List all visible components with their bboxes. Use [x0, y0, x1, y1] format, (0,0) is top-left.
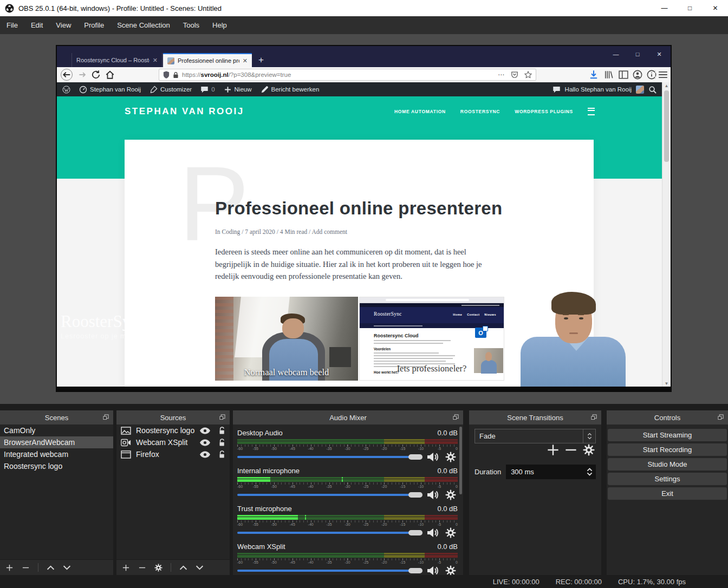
wp-greeting[interactable]: Hallo Stephan van Rooij — [565, 86, 632, 93]
wp-new-menu[interactable]: Nieuw — [224, 86, 252, 94]
menu-file[interactable]: File — [0, 16, 24, 34]
scene-item[interactable]: CamOnly — [0, 424, 113, 436]
start-streaming-button[interactable]: Start Streaming — [608, 429, 727, 441]
float-panel-icon[interactable] — [591, 414, 597, 420]
mixer-scrollbar-thumb[interactable] — [459, 427, 462, 494]
wp-edit-post-menu[interactable]: Bericht bewerken — [261, 86, 320, 94]
search-icon[interactable] — [648, 86, 656, 94]
transition-select[interactable]: Fade — [474, 429, 596, 443]
tab-close-icon[interactable]: ✕ — [243, 57, 248, 64]
lock-icon[interactable] — [219, 427, 225, 435]
mixer-settings-gear-button[interactable] — [444, 452, 457, 462]
volume-slider[interactable] — [237, 452, 421, 462]
float-panel-icon[interactable] — [103, 414, 109, 420]
new-tab-button[interactable]: + — [258, 54, 264, 67]
volume-slider[interactable] — [237, 490, 421, 500]
transitions-panel-header[interactable]: Scene Transitions — [469, 410, 601, 424]
site-brand[interactable]: STEPHAN VAN ROOIJ — [125, 106, 244, 117]
account-icon[interactable] — [633, 70, 642, 80]
add-scene-button[interactable] — [5, 564, 14, 572]
downloads-icon[interactable] — [589, 70, 599, 80]
menu-tools[interactable]: Tools — [177, 16, 206, 34]
scroll-up-icon[interactable]: ▲ — [662, 82, 671, 89]
menu-edit[interactable]: Edit — [24, 16, 49, 34]
volume-slider-handle[interactable] — [408, 492, 422, 498]
nav-roostersync[interactable]: ROOSTERSYNC — [460, 109, 500, 114]
wp-logo-icon[interactable] — [62, 86, 70, 94]
settings-button[interactable]: Settings — [608, 473, 727, 485]
notification-icon[interactable] — [552, 86, 561, 94]
source-item[interactable]: Roostersync logo w — [116, 424, 230, 436]
nav-wordpress-plugins[interactable]: WORDPRESS PLUGINS — [515, 109, 573, 114]
exit-button[interactable]: Exit — [608, 487, 727, 500]
combo-spinner-icon[interactable] — [583, 429, 595, 443]
article-meta[interactable]: In Coding / 7 april 2020 / 4 Min read / … — [215, 228, 347, 235]
scenes-panel-header[interactable]: Scenes — [0, 410, 113, 424]
mixer-settings-gear-button[interactable] — [444, 565, 457, 575]
scrollbar-thumb[interactable] — [664, 90, 669, 162]
float-panel-icon[interactable] — [453, 414, 459, 420]
back-button-icon[interactable] — [61, 69, 73, 81]
wp-site-menu[interactable]: Stephan van Rooij — [79, 86, 141, 94]
tab-close-icon[interactable]: ✕ — [153, 57, 158, 64]
page-scrollbar[interactable]: ▲ ▼ — [662, 82, 671, 387]
avatar[interactable] — [636, 86, 644, 94]
minimize-button[interactable]: — — [652, 0, 677, 16]
mute-button[interactable] — [426, 565, 439, 575]
home-button-icon[interactable] — [105, 70, 115, 80]
move-scene-up-button[interactable] — [47, 564, 55, 572]
menu-view[interactable]: View — [49, 16, 77, 34]
forward-button-icon[interactable] — [77, 70, 87, 80]
duration-spinner-icon[interactable] — [584, 465, 595, 479]
source-item[interactable]: Webcam XSplit — [116, 436, 230, 448]
maximize-button[interactable]: □ — [677, 0, 703, 16]
browser-tab-active[interactable]: Professioneel online presentere ✕ — [163, 53, 252, 67]
reload-button-icon[interactable] — [91, 70, 101, 80]
studio-mode-button[interactable]: Studio Mode — [608, 458, 727, 471]
source-properties-gear-button[interactable] — [154, 564, 162, 572]
volume-slider-handle[interactable] — [408, 530, 422, 535]
controls-panel-header[interactable]: Controls — [607, 410, 728, 424]
shield-icon[interactable] — [163, 71, 170, 79]
audio-mixer-header[interactable]: Audio Mixer — [233, 410, 463, 424]
scene-item[interactable]: Integrated webcam — [0, 448, 113, 460]
move-source-up-button[interactable] — [179, 564, 187, 572]
mute-button[interactable] — [426, 527, 439, 538]
library-icon[interactable] — [604, 70, 614, 80]
move-source-down-button[interactable] — [196, 564, 204, 572]
float-panel-icon[interactable] — [219, 414, 225, 420]
mute-button[interactable] — [426, 452, 439, 462]
sidebar-icon[interactable] — [619, 70, 628, 80]
wp-comments-menu[interactable]: 0 — [200, 86, 214, 94]
page-actions-icon[interactable]: ⋯ — [498, 71, 505, 79]
start-recording-button[interactable]: Start Recording — [608, 443, 727, 456]
lock-icon[interactable] — [219, 439, 225, 447]
float-panel-icon[interactable] — [718, 414, 724, 420]
scene-item-selected[interactable]: BrowserAndWebcam — [0, 436, 113, 448]
scene-item[interactable]: Roostersync logo — [0, 460, 113, 472]
scroll-down-icon[interactable]: ▼ — [662, 380, 671, 387]
mixer-settings-gear-button[interactable] — [444, 527, 457, 538]
move-scene-down-button[interactable] — [63, 564, 71, 572]
menu-scene-collection[interactable]: Scene Collection — [110, 16, 177, 34]
volume-slider-handle[interactable] — [408, 568, 422, 573]
remove-source-button[interactable] — [138, 564, 146, 572]
source-item[interactable]: Firefox — [116, 448, 230, 460]
close-button[interactable]: ✕ — [703, 0, 728, 16]
add-transition-button[interactable] — [547, 444, 559, 456]
mixer-settings-gear-button[interactable] — [444, 489, 457, 500]
visibility-eye-icon[interactable] — [200, 427, 210, 434]
menu-profile[interactable]: Profile — [77, 16, 110, 34]
ff-close-button[interactable]: ✕ — [655, 51, 663, 58]
volume-slider[interactable] — [237, 566, 421, 575]
wp-customizer-menu[interactable]: Customizer — [150, 86, 192, 94]
hamburger-menu-icon[interactable] — [658, 70, 668, 80]
ff-maximize-button[interactable]: □ — [634, 51, 641, 57]
visibility-eye-icon[interactable] — [200, 451, 210, 458]
site-menu-icon[interactable] — [588, 108, 595, 115]
url-bar[interactable]: https://svrooij.nl/?p=308&preview=true ⋯ — [159, 69, 536, 81]
transition-properties-gear-button[interactable] — [583, 444, 595, 456]
browser-tab-inactive[interactable]: Roostersync Cloud – Roostersync ✕ — [72, 53, 162, 67]
ff-minimize-button[interactable]: — — [612, 51, 620, 57]
menu-help[interactable]: Help — [206, 16, 233, 34]
